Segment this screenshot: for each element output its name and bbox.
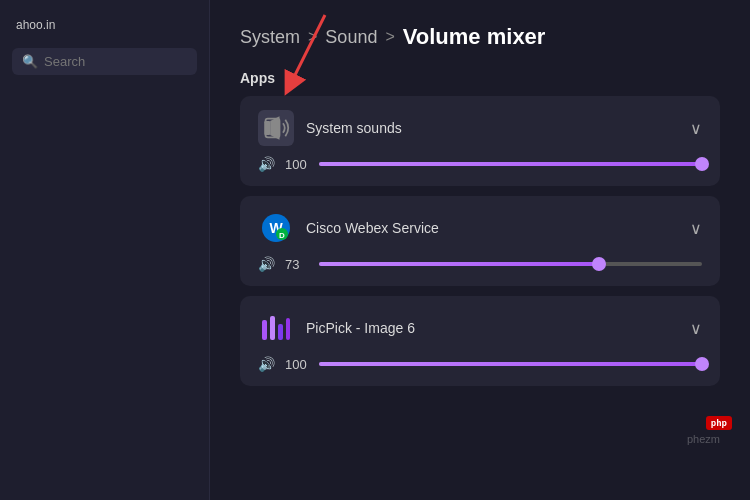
watermark: phezm xyxy=(687,433,720,445)
breadcrumb: System > Sound > Volume mixer xyxy=(240,24,720,50)
search-input[interactable] xyxy=(44,54,187,69)
picpick-vol-value: 100 xyxy=(285,357,309,372)
picpick-vol-icon: 🔊 xyxy=(258,356,275,372)
cisco-webex-vol-value: 73 xyxy=(285,257,309,272)
php-badge: php xyxy=(706,416,732,430)
svg-rect-11 xyxy=(286,318,290,340)
cisco-webex-vol-icon: 🔊 xyxy=(258,256,275,272)
picpick-slider-fill xyxy=(319,362,702,366)
sidebar-search-box[interactable]: 🔍 xyxy=(12,48,197,75)
system-sounds-slider-fill xyxy=(319,162,702,166)
card-header: PicPick - Image 6 ∨ xyxy=(258,310,702,346)
breadcrumb-system[interactable]: System xyxy=(240,27,300,48)
picpick-volume-row: 🔊 100 xyxy=(258,356,702,372)
system-sounds-slider[interactable] xyxy=(319,162,702,166)
system-sounds-card: System sounds ∨ 🔊 100 xyxy=(240,96,720,186)
cisco-webex-volume-row: 🔊 73 xyxy=(258,256,702,272)
cisco-webex-chevron[interactable]: ∨ xyxy=(690,219,702,238)
system-sounds-slider-thumb[interactable] xyxy=(695,157,709,171)
svg-rect-9 xyxy=(270,316,275,340)
card-title-area: PicPick - Image 6 xyxy=(258,310,415,346)
system-sounds-chevron[interactable]: ∨ xyxy=(690,119,702,138)
main-content: System > Sound > Volume mixer Apps xyxy=(210,0,750,500)
breadcrumb-sound[interactable]: Sound xyxy=(325,27,377,48)
sidebar-email: ahoo.in xyxy=(0,10,209,44)
picpick-card: PicPick - Image 6 ∨ 🔊 100 xyxy=(240,296,720,386)
breadcrumb-sep1: > xyxy=(308,28,317,46)
system-sounds-vol-icon: 🔊 xyxy=(258,156,275,172)
cisco-webex-name: Cisco Webex Service xyxy=(306,220,439,236)
system-sounds-name: System sounds xyxy=(306,120,402,136)
system-sounds-volume-row: 🔊 100 xyxy=(258,156,702,172)
svg-text:D: D xyxy=(279,231,285,240)
breadcrumb-sep2: > xyxy=(385,28,394,46)
picpick-slider[interactable] xyxy=(319,362,702,366)
svg-rect-8 xyxy=(262,320,267,340)
svg-rect-10 xyxy=(278,324,283,340)
card-header: W D Cisco Webex Service ∨ xyxy=(258,210,702,246)
cisco-webex-slider-thumb[interactable] xyxy=(592,257,606,271)
cisco-webex-card: W D Cisco Webex Service ∨ 🔊 73 xyxy=(240,196,720,286)
system-sounds-vol-value: 100 xyxy=(285,157,309,172)
search-icon: 🔍 xyxy=(22,54,38,69)
card-title-area: System sounds xyxy=(258,110,402,146)
breadcrumb-current: Volume mixer xyxy=(403,24,546,50)
card-title-area: W D Cisco Webex Service xyxy=(258,210,439,246)
card-header: System sounds ∨ xyxy=(258,110,702,146)
sidebar: ahoo.in 🔍 xyxy=(0,0,210,500)
picpick-icon xyxy=(258,310,294,346)
picpick-slider-thumb[interactable] xyxy=(695,357,709,371)
cisco-webex-icon: W D xyxy=(258,210,294,246)
system-sounds-icon xyxy=(258,110,294,146)
apps-section-label: Apps xyxy=(240,70,720,86)
picpick-chevron[interactable]: ∨ xyxy=(690,319,702,338)
cisco-webex-slider[interactable] xyxy=(319,262,702,266)
picpick-name: PicPick - Image 6 xyxy=(306,320,415,336)
cisco-webex-slider-fill xyxy=(319,262,599,266)
